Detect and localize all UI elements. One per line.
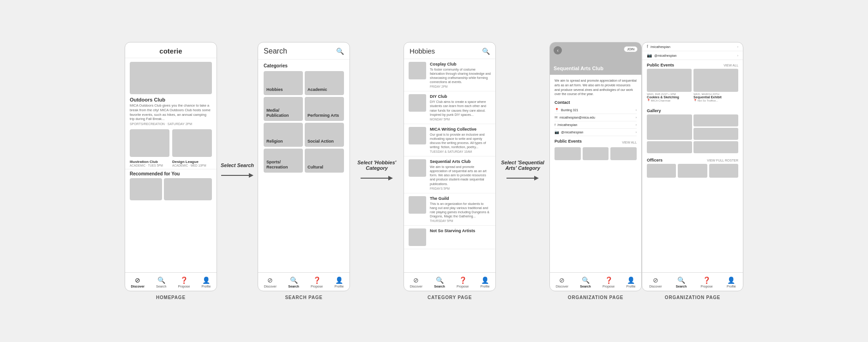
nav-profile[interactable]: 👤 Profile xyxy=(202,276,211,288)
wide-pub-events-view-all[interactable]: VIEW ALL xyxy=(723,64,738,67)
org-nav-search[interactable]: 🔍 Search xyxy=(580,276,591,288)
homepage-wrapper: coterie Outdoors Club MICA Outdoors Club… xyxy=(125,42,217,300)
org-join-button[interactable]: JOIN xyxy=(624,46,638,52)
wide-gallery-small-4 xyxy=(693,141,739,153)
sp-cell-academic[interactable]: Academic xyxy=(305,71,344,95)
search-page-wrapper: Search 🔍 Categories Hobbies Academic Med… xyxy=(258,42,350,300)
hp-illustration-img xyxy=(130,129,169,157)
sp-grid: Hobbies Academic Media/Publication Perfo… xyxy=(258,71,350,173)
org-nav-discover-label: Discover xyxy=(556,285,568,288)
profile-icon: 👤 xyxy=(202,276,210,284)
nav-discover[interactable]: ⊘ Discover xyxy=(131,276,145,288)
nav-propose[interactable]: ❓ Propose xyxy=(178,276,190,288)
diy-name: DIY Club xyxy=(430,94,491,99)
discover-icon: ⊘ xyxy=(135,276,140,284)
hp-header: coterie xyxy=(125,42,217,58)
org-page-mockup: ‹ JOIN Sequential Arts Club We aim to sp… xyxy=(549,42,642,291)
org-contact-address[interactable]: 📍 Bunting 321 › xyxy=(555,107,637,114)
org-nav-propose[interactable]: ❓ Propose xyxy=(603,276,615,288)
org-search-nav-icon: 🔍 xyxy=(582,276,590,284)
wide-event-2-info: WED, MARCH 20TH Sequential Exhibit 📍 Not… xyxy=(693,92,738,103)
wide-event-1-img xyxy=(647,69,692,92)
sp-cell-performing-arts[interactable]: Performing Arts xyxy=(305,97,344,121)
hp-org-name: Outdoors Club xyxy=(125,97,217,103)
sp-nav-propose-label: Propose xyxy=(311,285,323,288)
wide-pub-events-title: Public Events xyxy=(647,63,674,67)
sp-discover-icon: ⊘ xyxy=(267,276,273,284)
cat-nav-discover[interactable]: ⊘ Discover xyxy=(410,276,422,288)
sp-cell-cultural[interactable]: Cultural xyxy=(305,149,344,173)
org-contact-fb-left: f /micathespian xyxy=(555,123,577,127)
wide-pub-events-header: Public Events VIEW ALL xyxy=(642,60,743,69)
org-view-all[interactable]: VIEW ALL xyxy=(622,141,637,144)
org-event-card-1[interactable] xyxy=(555,147,581,160)
sp-cell-religion[interactable]: Religion xyxy=(264,123,303,147)
org-contact-email[interactable]: ✉ micathespian@mica.edu › xyxy=(555,114,637,121)
sp-nav-propose[interactable]: ❓ Propose xyxy=(311,276,323,288)
wide-event-1[interactable]: WED, FEB 21ST • 1PM Cookies & Sketching … xyxy=(647,69,692,103)
org-contact-facebook[interactable]: f /micathespian › xyxy=(555,121,637,129)
cat-nav-propose[interactable]: ❓ Propose xyxy=(457,276,469,288)
list-item[interactable]: Sequential Arts Club We aim to spread an… xyxy=(404,156,495,193)
wide-nav-profile[interactable]: 👤 Profile xyxy=(727,276,736,288)
sp-cell-hobbies[interactable]: Hobbies xyxy=(264,71,303,95)
wide-officer-2 xyxy=(678,164,707,178)
org-event-card-2[interactable] xyxy=(583,147,609,160)
search-page-mockup: Search 🔍 Categories Hobbies Academic Med… xyxy=(258,42,350,291)
sp-nav-profile[interactable]: 👤 Profile xyxy=(335,276,344,288)
org-nav-profile[interactable]: 👤 Profile xyxy=(627,276,636,288)
list-item[interactable]: Not So Starving Artists xyxy=(404,226,495,249)
svg-marker-3 xyxy=(388,176,393,180)
wide-nav-search[interactable]: 🔍 Search xyxy=(676,276,687,288)
wide-nav-discover[interactable]: ⊘ Discover xyxy=(649,276,662,288)
list-item[interactable]: Cosplay Club To foster community of cost… xyxy=(404,59,495,91)
hp-design-img xyxy=(172,129,212,157)
org-nav-discover[interactable]: ⊘ Discover xyxy=(556,276,568,288)
hp-two-col-images xyxy=(125,129,217,160)
wide-fb-text: /micathespian xyxy=(651,45,670,48)
cat-nav-profile[interactable]: 👤 Profile xyxy=(481,276,490,288)
cat-nav-search-label: Search xyxy=(434,285,445,288)
cat-search-icon[interactable]: 🔍 xyxy=(482,48,490,55)
cosplay-img xyxy=(409,62,426,79)
wide-nav-propose[interactable]: ❓ Propose xyxy=(701,276,713,288)
hp-illustration-name: Illustration Club xyxy=(130,160,169,164)
org-event-card-3[interactable] xyxy=(610,147,637,160)
org-body: We aim to spread and promote appreciatio… xyxy=(550,75,641,272)
sp-cell-hobbies-label: Hobbies xyxy=(266,87,283,92)
search-page-label: SEARCH PAGE xyxy=(285,295,322,300)
org-address-text: Bunting 321 xyxy=(561,108,578,112)
nav-search[interactable]: 🔍 Search xyxy=(156,276,166,288)
wide-nav-propose-label: Propose xyxy=(701,285,713,288)
wide-event-2[interactable]: WED, MARCH 20TH Sequential Exhibit 📍 Not… xyxy=(693,69,738,103)
hp-illustration-text: Illustration Club ACADEMIC · TUES 5PM xyxy=(130,160,169,167)
sp-cell-sports[interactable]: Sports/Recreation xyxy=(264,149,303,173)
cat-bottom-nav: ⊘ Discover 🔍 Search ❓ Propose 👤 Profile xyxy=(404,272,495,291)
sp-nav-search[interactable]: 🔍 Search xyxy=(288,276,299,288)
org-pub-events-header: Public Events VIEW ALL xyxy=(555,139,637,145)
sp-search-icon[interactable]: 🔍 xyxy=(336,48,344,55)
cat-list: Cosplay Club To foster community of cost… xyxy=(404,59,495,272)
sp-cell-media[interactable]: Media/Publication xyxy=(264,97,303,121)
wide-ig-link[interactable]: 📷 @micathespian › xyxy=(642,51,743,60)
org-contact-instagram[interactable]: 📷 @micathespian › xyxy=(555,129,637,136)
org-back-button[interactable]: ‹ xyxy=(554,46,562,54)
wide-event-1-loc: 📍 MICA Chanmae xyxy=(647,99,692,102)
category-page-label: CATEGORY PAGE xyxy=(428,295,472,300)
wide-event-2-name: Sequential Exhibit xyxy=(693,96,738,99)
list-item[interactable]: DIY Club DIY Club aims to create a space… xyxy=(404,91,495,124)
wide-officers-view-all[interactable]: VIEW FULL ROSTER xyxy=(707,159,738,162)
list-item[interactable]: MICA Writing Collective Our goal is to p… xyxy=(404,124,495,156)
arrow-1-label: Select Search xyxy=(221,162,254,168)
sp-nav-discover[interactable]: ⊘ Discover xyxy=(264,276,277,288)
nssa-name: Not So Starving Artists xyxy=(430,228,491,233)
cat-nav-propose-label: Propose xyxy=(457,285,469,288)
sp-cell-performing-arts-label: Performing Arts xyxy=(307,113,339,118)
sp-cell-social[interactable]: Social Action xyxy=(305,123,344,147)
wide-fb-link[interactable]: f /micathespian › xyxy=(642,42,743,51)
wide-nav-discover-label: Discover xyxy=(649,285,662,288)
org-desc: We aim to spread and promote appreciatio… xyxy=(555,78,637,96)
list-item[interactable]: The Guild This is an organization for st… xyxy=(404,193,495,226)
hp-design-text: Design League ACADEMIC · WED 10PM xyxy=(172,160,212,167)
cat-nav-search[interactable]: 🔍 Search xyxy=(434,276,445,288)
